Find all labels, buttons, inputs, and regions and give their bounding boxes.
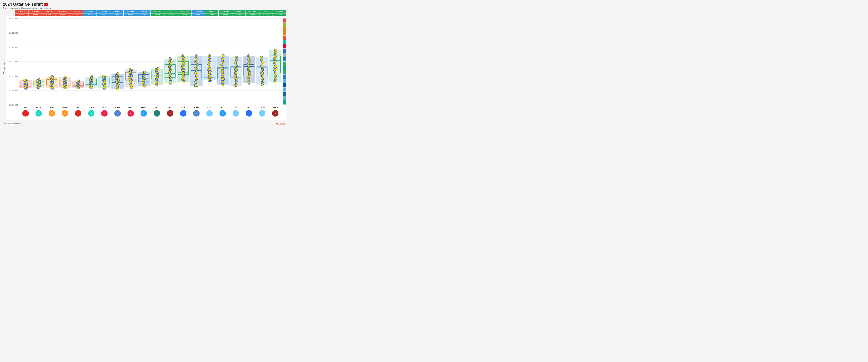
svg-text:6: 6 xyxy=(195,61,196,62)
svg-rect-841 xyxy=(283,57,286,61)
svg-text:P: P xyxy=(196,113,197,115)
svg-text:3: 3 xyxy=(169,81,170,83)
svg-text:H: H xyxy=(91,113,92,115)
svg-text:COL: COL xyxy=(207,106,212,109)
svg-text:PIA: PIA xyxy=(50,106,54,109)
svg-text:OCO: OCO xyxy=(220,106,225,109)
driver-stops-VER: 0 stops xyxy=(110,13,124,16)
driver-stops-OCO: 0 stops xyxy=(219,13,232,16)
svg-text:18: 18 xyxy=(235,73,237,74)
driver-time-ZHO: 1.27.089 xyxy=(273,10,286,13)
svg-text:10: 10 xyxy=(248,71,250,73)
driver-time-SAI: 1.25.224 xyxy=(15,10,29,13)
driver-time-headers: 1.25.2240 stops1.25.2300 stops1.25.2350 … xyxy=(15,10,286,16)
svg-rect-839 xyxy=(283,49,286,53)
svg-text:12: 12 xyxy=(274,76,276,77)
svg-text:4: 4 xyxy=(117,88,117,90)
svg-text:01:30.000: 01:30.000 xyxy=(9,18,18,20)
svg-text:13: 13 xyxy=(195,81,196,83)
svg-rect-836 xyxy=(283,36,286,40)
svg-text:G: G xyxy=(143,113,145,115)
driver-header-NOR: 1.25.3030 stops xyxy=(56,10,69,16)
driver-header-TSU: 1.26.6630 stops xyxy=(232,10,246,16)
svg-text:9: 9 xyxy=(196,68,197,70)
svg-text:18: 18 xyxy=(38,79,39,80)
svg-text:15: 15 xyxy=(143,72,144,74)
svg-text:5: 5 xyxy=(38,87,39,89)
svg-text:T: T xyxy=(235,113,236,115)
svg-text:8: 8 xyxy=(236,57,237,58)
svg-text:11: 11 xyxy=(275,73,276,74)
driver-time-BOT: 1.26.183 xyxy=(164,10,178,13)
svg-text:LEC: LEC xyxy=(76,106,81,109)
svg-text:11: 11 xyxy=(223,71,224,73)
svg-text:Z: Z xyxy=(275,113,276,115)
svg-text:19: 19 xyxy=(25,80,27,81)
driver-header-MAG: 1.25.7720 stops xyxy=(124,10,137,16)
driver-time-TSU: 1.26.663 xyxy=(232,10,246,13)
svg-text:P: P xyxy=(51,113,52,115)
driver-stops-HAM: 0 stops xyxy=(83,13,96,16)
svg-text:11: 11 xyxy=(195,76,196,77)
svg-text:15: 15 xyxy=(196,85,198,87)
driver-time-PIA: 1.25.235 xyxy=(42,10,56,13)
svg-text:12: 12 xyxy=(248,77,249,78)
svg-text:18: 18 xyxy=(222,84,224,85)
svg-text:17: 17 xyxy=(261,76,262,77)
svg-text:17: 17 xyxy=(275,55,276,57)
driver-header-ALB: 1.26.6640 stops xyxy=(246,10,259,16)
svg-text:L: L xyxy=(78,113,79,115)
svg-text:GAS: GAS xyxy=(141,106,147,109)
svg-text:17: 17 xyxy=(235,70,237,71)
svg-text:18: 18 xyxy=(182,55,184,57)
svg-text:15: 15 xyxy=(156,68,158,70)
svg-text:NOR: NOR xyxy=(62,106,68,109)
svg-text:15: 15 xyxy=(274,50,276,51)
driver-time-NOR: 1.25.303 xyxy=(56,10,69,13)
svg-text:VER: VER xyxy=(115,106,120,109)
svg-text:2: 2 xyxy=(183,81,183,83)
svg-text:8: 8 xyxy=(170,73,172,74)
driver-header-LAW: 1.26.6730 stops xyxy=(259,10,273,16)
svg-text:19: 19 xyxy=(130,69,131,71)
driver-header-COL: 1.26.4120 stops xyxy=(205,10,219,16)
svg-text:6: 6 xyxy=(261,60,262,61)
driver-time-GAS: 1.25.806 xyxy=(137,10,151,13)
driver-header-ZHO: 1.27.0891 stop xyxy=(273,10,286,16)
svg-rect-851 xyxy=(283,100,286,104)
svg-text:4: 4 xyxy=(103,88,104,89)
svg-text:3: 3 xyxy=(143,85,144,87)
svg-rect-843 xyxy=(283,66,286,70)
driver-header-STR: 1.26.2260 stops xyxy=(178,10,191,16)
svg-text:14: 14 xyxy=(261,67,263,68)
driver-header-HUL: 1.25.5020 stops xyxy=(96,10,110,16)
driver-stops-PER: 1 stop xyxy=(191,13,205,16)
svg-text:12: 12 xyxy=(261,81,263,83)
svg-text:6: 6 xyxy=(249,61,249,62)
svg-text:6: 6 xyxy=(236,62,237,64)
driver-time-ALO: 1.26.012 xyxy=(151,10,164,13)
svg-text:5: 5 xyxy=(249,64,250,65)
svg-text:9: 9 xyxy=(248,68,249,70)
svg-rect-832 xyxy=(283,19,286,23)
svg-rect-849 xyxy=(283,92,286,96)
svg-text:15: 15 xyxy=(235,85,237,87)
main-title: 2024 Qatar GP sprint xyxy=(3,2,43,7)
svg-text:12: 12 xyxy=(196,78,197,80)
title-area: 2024 Qatar GP sprint xyxy=(3,2,286,7)
svg-text:16: 16 xyxy=(235,67,236,68)
svg-text:9: 9 xyxy=(221,55,222,57)
svg-text:4: 4 xyxy=(90,87,91,88)
driver-stops-STR: 0 stops xyxy=(178,13,191,16)
svg-text:8: 8 xyxy=(248,55,249,57)
svg-text:3: 3 xyxy=(156,83,157,84)
svg-text:8: 8 xyxy=(222,58,222,60)
driver-stops-LAW: 0 stops xyxy=(259,13,273,16)
svg-text:01:26.000: 01:26.000 xyxy=(9,75,18,77)
svg-text:ZHO: ZHO xyxy=(273,106,278,109)
svg-text:SAI: SAI xyxy=(24,106,28,109)
driver-stops-LEC: 0 stops xyxy=(69,13,83,16)
driver-time-PER: 1.26.380 xyxy=(191,10,205,13)
svg-text:PER: PER xyxy=(194,106,199,109)
driver-stops-ALB: 0 stops xyxy=(246,13,259,16)
